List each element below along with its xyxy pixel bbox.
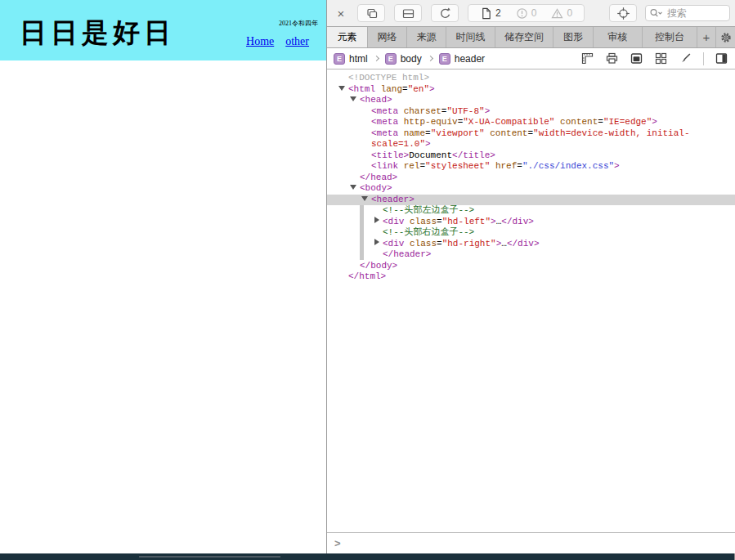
reload-page-button[interactable]	[431, 4, 459, 22]
code-token: >	[485, 106, 491, 116]
code-line[interactable]: </head>	[327, 172, 735, 184]
inspector-tab[interactable]: 图形	[553, 27, 594, 47]
code-token: <meta	[371, 117, 398, 127]
inspector-tab[interactable]: 审核	[594, 27, 643, 47]
code-token: </div>	[501, 217, 534, 226]
inspector-tab[interactable]: 元素	[327, 27, 368, 47]
issue-count-button[interactable]: 0	[516, 7, 537, 20]
code-token: <meta	[371, 128, 398, 138]
code-token: =	[598, 117, 603, 127]
toggle-sidebar-button[interactable]	[715, 52, 728, 65]
collapse-triangle-icon[interactable]	[350, 96, 356, 101]
detach-inspector-button[interactable]	[357, 4, 385, 22]
grid-overlay-button[interactable]	[654, 52, 668, 65]
gear-icon	[719, 31, 733, 44]
inspector-tab[interactable]: 控制台	[643, 27, 697, 47]
code-token: charset	[404, 106, 441, 116]
code-line[interactable]: <html lang="en">	[327, 84, 735, 96]
code-token: <html	[348, 84, 375, 94]
print-styles-button[interactable]	[605, 52, 619, 65]
collapse-triangle-icon[interactable]	[350, 185, 356, 190]
search-field[interactable]	[645, 5, 730, 21]
inspector-tab[interactable]: 时间线	[446, 27, 495, 47]
rulers-button[interactable]	[580, 52, 594, 65]
warning-count: 0	[567, 7, 572, 19]
dock-bottom-icon	[401, 7, 415, 20]
collapse-triangle-icon[interactable]	[338, 86, 345, 91]
code-token: lang	[381, 84, 402, 94]
code-token: "IE=edge"	[603, 117, 652, 127]
code-line[interactable]: <body>	[327, 183, 735, 195]
code-line[interactable]: <!DOCTYPE html>	[327, 73, 735, 84]
code-token: "hd-left"	[442, 217, 491, 226]
paint-flashing-button[interactable]	[679, 52, 692, 65]
code-token: "UTF-8"	[446, 106, 484, 116]
code-token: >	[429, 84, 435, 94]
code-token: </body>	[360, 261, 397, 271]
code-line[interactable]: <meta charset="UTF-8">	[327, 106, 735, 118]
code-token: <!--头部左边盒子-->	[383, 205, 474, 215]
code-line[interactable]: </html>	[327, 271, 735, 283]
screen: 日日是好日 2021令和四年 Homeother ×	[0, 0, 735, 560]
code-token: <meta	[371, 106, 398, 116]
breadcrumb-item-html[interactable]: Ehtml	[334, 53, 368, 65]
warning-count-button[interactable]: 0	[551, 7, 572, 20]
inspector-tab[interactable]: 来源	[407, 27, 446, 47]
page-title: 日日是好日	[20, 15, 175, 52]
code-line[interactable]: </header>	[327, 249, 735, 261]
inspector-tab[interactable]: 储存空间	[495, 27, 553, 47]
site-nav: Homeother	[246, 35, 309, 48]
close-inspector-button[interactable]: ×	[334, 6, 348, 20]
code-token	[398, 128, 404, 138]
code-token: <!--头部右边盒子-->	[383, 227, 474, 237]
code-line[interactable]: <!--头部左边盒子-->	[327, 205, 735, 217]
add-tab-button[interactable]: +	[697, 27, 716, 47]
breadcrumb: EhtmlEbodyEheader	[334, 53, 485, 65]
quick-console[interactable]: >	[327, 532, 735, 553]
expand-triangle-icon[interactable]	[374, 217, 379, 223]
detach-window-icon	[365, 7, 379, 20]
inspector-tab[interactable]: 网络	[368, 27, 407, 47]
code-line[interactable]: <div class="hd-left">…</div>	[327, 217, 735, 228]
breadcrumb-label: header	[455, 53, 485, 65]
element-badge: E	[439, 53, 450, 65]
code-token: http-equiv	[404, 117, 458, 127]
code-line[interactable]: </body>	[327, 261, 735, 272]
selected-children-guide	[360, 205, 364, 260]
code-line[interactable]: <header>	[327, 195, 735, 206]
resource-count-button[interactable]: 2	[480, 7, 501, 20]
code-line[interactable]: <head>	[327, 95, 735, 106]
warning-triangle-icon	[551, 7, 563, 20]
nav-link-home[interactable]: Home	[246, 35, 274, 48]
expand-triangle-icon[interactable]	[374, 239, 379, 245]
code-line[interactable]: scale=1.0">	[327, 139, 735, 150]
code-token: =	[425, 128, 431, 138]
code-line[interactable]: <meta name="viewport" content="width=dev…	[327, 128, 735, 140]
code-token: >	[491, 217, 496, 226]
code-token: <head>	[360, 95, 392, 105]
code-line[interactable]: <meta http-equiv="X-UA-Compatible" conte…	[327, 117, 735, 128]
nav-link-other[interactable]: other	[285, 35, 309, 48]
breadcrumb-item-body[interactable]: Ebody	[385, 53, 422, 65]
code-line[interactable]: <link rel="stylesheet" href="./css/index…	[327, 161, 735, 172]
code-token: rel	[404, 161, 420, 171]
collapse-triangle-icon[interactable]	[361, 196, 368, 201]
code-token: <!DOCTYPE html>	[348, 73, 429, 83]
settings-tab-button[interactable]	[716, 27, 735, 47]
search-icon	[649, 8, 663, 19]
code-line[interactable]: <title>Document</title>	[327, 150, 735, 162]
document-icon	[480, 7, 492, 20]
element-selection-button[interactable]	[609, 4, 637, 22]
code-token: =	[437, 217, 442, 226]
code-token: <body>	[360, 183, 392, 193]
bottom-bar-highlight	[139, 556, 280, 558]
code-token: content	[490, 128, 527, 138]
code-line[interactable]: <!--头部右边盒子-->	[327, 227, 735, 239]
breadcrumb-separator-icon	[374, 56, 379, 61]
dock-to-bottom-button[interactable]	[394, 4, 422, 22]
inspector-toolbar: ×	[327, 0, 735, 26]
appearance-button[interactable]	[630, 52, 643, 65]
breadcrumb-item-header[interactable]: Eheader	[439, 53, 485, 65]
activity-segmented-control: 2 0	[468, 4, 585, 22]
code-line[interactable]: <div class="hd-right">…</div>	[327, 239, 735, 250]
